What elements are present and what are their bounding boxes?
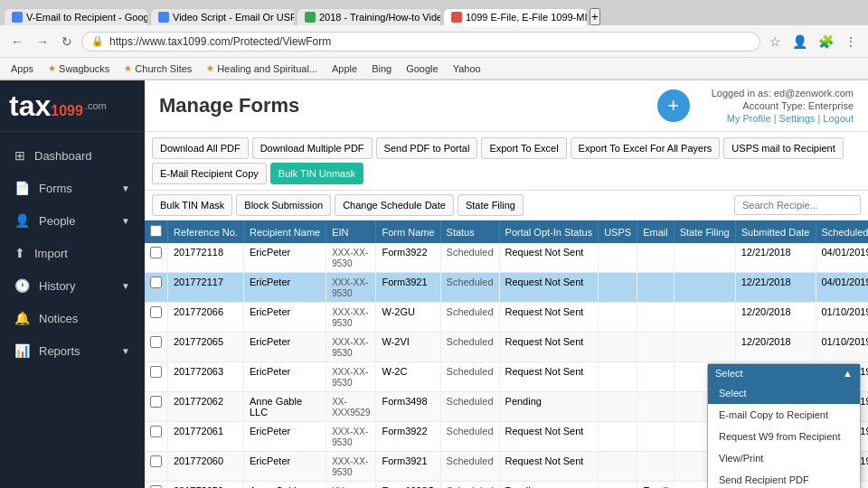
block-submission-button[interactable]: Block Submission xyxy=(236,194,331,216)
row-portal: Request Not Sent xyxy=(499,303,599,333)
browser-tab-2[interactable]: Video Script - Email Or USPS Ma... ✕ xyxy=(150,8,295,25)
address-bar[interactable]: 🔒 https://www.tax1099.com/Protected/View… xyxy=(81,32,760,52)
row-status: Scheduled xyxy=(440,273,499,303)
new-tab-button[interactable]: + xyxy=(590,8,600,25)
row-checkbox[interactable] xyxy=(150,247,162,258)
bookmark-swagbucks[interactable]: ★ Swagbucks xyxy=(44,62,113,75)
notices-icon: 🔔 xyxy=(14,311,30,325)
dropdown-item-send-pdf[interactable]: Send Recipient PDF xyxy=(708,469,860,488)
row-checkbox[interactable] xyxy=(150,366,162,378)
browser-tab-4[interactable]: 1099 E-File, E-File 1099-MISC, 10... ✕ xyxy=(443,8,588,25)
account-type: Account Type: Enterprise xyxy=(742,100,854,111)
row-checkbox[interactable] xyxy=(150,277,162,288)
bing-label: Bing xyxy=(372,63,392,74)
add-button[interactable]: + xyxy=(657,89,690,122)
row-ein: XXX-XX-9530 xyxy=(326,362,376,392)
more-button[interactable]: ⋮ xyxy=(841,33,861,51)
row-checkbox[interactable] xyxy=(150,306,162,318)
app-container: tax1099 .com ⊞ Dashboard 📄 Forms ▼ 👤 Peo… xyxy=(0,80,868,488)
row-usps xyxy=(599,243,637,273)
sidebar-label-notices: Notices xyxy=(39,312,78,325)
table-row: 201772118 EricPeter XXX-XX-9530 Form3922… xyxy=(145,243,868,273)
back-button[interactable]: ← xyxy=(7,33,27,51)
tab-favicon-1 xyxy=(12,12,23,23)
browser-tabs: V-Email to Recipient - Google D... ✕ Vid… xyxy=(0,0,868,25)
forward-button[interactable]: → xyxy=(33,33,52,51)
row-recipient: Anne Gable xyxy=(243,482,326,489)
select-all-checkbox[interactable] xyxy=(150,225,162,237)
row-status: Scheduled xyxy=(440,392,499,422)
bulk-tin-unmask-button[interactable]: Bulk TIN Unmask xyxy=(270,163,363,184)
toolbar-row2: Bulk TIN Mask Block Submission Change Sc… xyxy=(145,191,868,221)
row-checkbox[interactable] xyxy=(150,426,162,437)
col-email: Email xyxy=(637,221,675,243)
my-profile-link[interactable]: My Profile xyxy=(727,113,771,124)
export-excel-button[interactable]: Export To Excel xyxy=(481,137,566,159)
profile-button[interactable]: 👤 xyxy=(788,33,811,51)
settings-link[interactable]: Settings xyxy=(779,113,816,124)
download-multiple-pdf-button[interactable]: Download Multiple PDF xyxy=(252,137,373,159)
sidebar-item-history[interactable]: 🕐 History ▼ xyxy=(0,269,145,302)
row-recipient: EricPeter xyxy=(243,333,326,362)
sidebar-item-reports[interactable]: 📊 Reports ▼ xyxy=(0,334,145,367)
sidebar-item-dashboard[interactable]: ⊞ Dashboard xyxy=(0,139,145,172)
bookmark-yahoo[interactable]: Yahoo xyxy=(449,62,485,75)
logout-link[interactable]: Logout xyxy=(823,113,854,124)
sidebar-item-forms[interactable]: 📄 Forms ▼ xyxy=(0,172,145,204)
tab-label-4: 1099 E-File, E-File 1099-MISC, 10... xyxy=(466,12,588,23)
bookmark-bing[interactable]: Bing xyxy=(368,62,395,75)
bookmark-google[interactable]: Google xyxy=(402,62,441,75)
bookmark-church[interactable]: ★ Church Sites xyxy=(120,62,195,75)
row-ref: 201772118 xyxy=(168,243,244,273)
dropdown-item-view-print[interactable]: View/Print xyxy=(708,447,860,469)
bookmark-apple[interactable]: Apple xyxy=(328,62,361,75)
row-checkbox[interactable] xyxy=(150,455,162,467)
change-schedule-date-button[interactable]: Change Schedule Date xyxy=(335,194,454,216)
sidebar-item-people[interactable]: 👤 People ▼ xyxy=(0,204,145,237)
browser-tab-1[interactable]: V-Email to Recipient - Google D... ✕ xyxy=(4,8,148,25)
bookmark-star[interactable]: ☆ xyxy=(766,33,785,51)
bulk-tin-mask-button[interactable]: Bulk TIN Mask xyxy=(152,194,232,216)
row-state-filing xyxy=(674,333,735,362)
row-checkbox[interactable] xyxy=(150,336,162,348)
row-recipient: Anne Gable LLC xyxy=(243,392,326,422)
row-email: Email xyxy=(637,482,675,489)
sidebar-item-import[interactable]: ⬆ Import xyxy=(0,237,145,269)
row-portal: Request Not Sent xyxy=(499,422,599,452)
bookmark-apps[interactable]: Apps xyxy=(7,62,37,75)
sidebar-logo: tax1099 .com xyxy=(0,80,145,132)
download-all-pdf-button[interactable]: Download All PDF xyxy=(152,137,249,159)
state-filing-button[interactable]: State Filing xyxy=(458,194,524,216)
logo-com: .com xyxy=(85,100,107,111)
row-state-filing xyxy=(674,243,735,273)
dropdown-item-email-copy[interactable]: E-mail Copy to Recipient xyxy=(708,404,860,426)
dropdown-item-request-w9[interactable]: Request W9 from Recipient xyxy=(708,426,860,447)
sidebar-item-notices[interactable]: 🔔 Notices xyxy=(0,302,145,334)
action-dropdown-menu: Select ▲ Select E-mail Copy to Recipient… xyxy=(707,363,861,488)
import-icon: ⬆ xyxy=(14,246,25,260)
send-pdf-portal-button[interactable]: Send PDF to Portal xyxy=(376,137,478,159)
email-recipient-button[interactable]: E-Mail Recipient Copy xyxy=(152,163,267,184)
dropdown-scroll-area[interactable]: Select E-mail Copy to Recipient Request … xyxy=(708,382,860,488)
search-recipient-input[interactable] xyxy=(734,195,861,215)
usps-mail-button[interactable]: USPS mail to Recipient xyxy=(723,137,843,159)
user-info: Logged in as: ed@zenwork.com Account Typ… xyxy=(712,88,854,124)
row-checkbox[interactable] xyxy=(150,396,162,408)
row-status: Scheduled xyxy=(440,482,499,489)
bookmark-healing[interactable]: ★ Healing and Spiritual... xyxy=(203,62,321,75)
browser-chrome: V-Email to Recipient - Google D... ✕ Vid… xyxy=(0,0,868,80)
row-usps xyxy=(599,333,637,362)
logo-tax: tax1099 xyxy=(9,91,83,120)
browser-tab-3[interactable]: 2018 - Training/How-to Video ... ✕ xyxy=(297,8,441,25)
row-ein: XXX-XX-9530 xyxy=(326,303,376,333)
people-arrow-icon: ▼ xyxy=(121,216,130,226)
row-portal: Request Not Sent xyxy=(499,273,599,303)
export-excel-all-button[interactable]: Export To Excel For All Payers xyxy=(571,137,721,159)
reports-icon: 📊 xyxy=(14,343,30,358)
refresh-button[interactable]: ↻ xyxy=(58,33,76,51)
row-usps xyxy=(599,303,637,333)
tab-label-1: V-Email to Recipient - Google D... xyxy=(26,12,148,23)
dropdown-item-select[interactable]: Select xyxy=(708,382,860,404)
row-ref: 201772062 xyxy=(168,392,244,422)
extensions-button[interactable]: 🧩 xyxy=(815,33,837,51)
